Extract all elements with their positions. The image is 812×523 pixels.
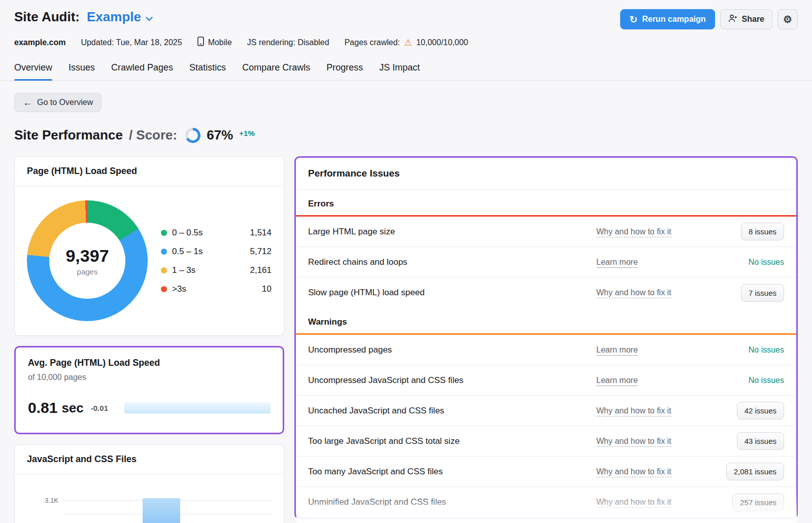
issue-row: Slow page (HTML) load speed Why and how … [296,277,796,308]
tab-statistics[interactable]: Statistics [189,62,226,80]
site-performance-heading: Site Performance / Score: 67% +1% [14,127,798,143]
score-label: / Score: [129,127,177,143]
avg-card-title: Avg. Page (HTML) Load Speed [28,358,270,368]
warnings-heading: Warnings [296,308,796,333]
js-css-card-title: JavaScript and CSS Files [15,445,284,474]
issue-help-link[interactable]: Learn more [596,376,638,386]
issue-label: Large HTML page size [308,227,596,237]
issue-label: Too large JavaScript and CSS total size [308,436,596,446]
issue-row: Unminified JavaScript and CSS files Why … [296,487,796,517]
js-css-files-card: JavaScript and CSS Files 3.1K [14,444,284,523]
project-name: Example [87,9,141,25]
js-css-bar [143,498,180,523]
warning-triangle-icon: ⚠ [404,38,412,47]
issue-count-badge[interactable]: 7 issues [741,284,784,302]
gear-icon: ⚙ [783,13,792,25]
issue-count-badge[interactable]: 257 issues [732,494,784,511]
score-value: 67% [207,127,233,143]
page-title: Site Audit: [14,9,80,25]
rerun-label: Rerun campaign [642,15,705,24]
performance-issues-panel: Performance Issues Errors Large HTML pag… [294,156,798,519]
score-ring-icon [185,128,200,143]
device-label: Mobile [197,37,232,48]
issue-help-link[interactable]: Why and how to fix it [596,288,671,298]
device-text: Mobile [208,38,232,47]
project-dropdown[interactable]: Example [87,9,153,25]
load-speed-card: Page (HTML) Load Speed 9,397 pages 0 – 0… [14,156,284,336]
errors-section: Errors Large HTML page size Why and how … [296,190,796,308]
donut-legend: 0 – 0.5s 1,514 0.5 – 1s 5,712 1 – 3s 2,1… [161,228,272,294]
legend-value: 10 [245,284,272,294]
legend-value: 5,712 [245,247,272,257]
pages-crawled-value: 10,000/10,000 [416,38,468,47]
campaign-meta: example.com Updated: Tue, Mar 18, 2025 M… [0,29,812,48]
tab-progress[interactable]: Progress [326,62,363,80]
issue-count-badge[interactable]: 42 issues [737,402,784,420]
share-button[interactable]: Share [720,9,772,29]
go-to-overview-button[interactable]: ← Go to Overview [14,93,101,112]
issue-help-link[interactable]: Why and how to fix it [596,498,671,508]
issue-row: Uncached JavaScript and CSS files Why an… [296,396,796,426]
issue-count-badge[interactable]: 43 issues [737,432,784,450]
no-issues-text: No issues [749,345,784,355]
legend-dot [161,267,167,273]
share-label: Share [742,15,764,24]
issue-label: Redirect chains and loops [308,257,596,267]
share-person-icon [728,14,737,24]
back-arrow-icon: ← [23,98,32,107]
issue-count-badge[interactable]: 2,081 issues [726,463,784,480]
tab-issues[interactable]: Issues [69,62,95,80]
issue-help-link[interactable]: Why and how to fix it [596,227,671,237]
issue-row: Redirect chains and loops Learn more No … [296,247,796,277]
avg-card-subtitle: of 10,000 pages [28,373,270,382]
pages-crawled-label: Pages crawled: [345,38,400,47]
back-label: Go to Overview [37,98,93,107]
tab-js-impact[interactable]: JS Impact [379,62,420,80]
issue-help-link[interactable]: Learn more [596,258,638,268]
no-issues-text: No issues [749,376,784,385]
legend-dot [161,249,167,255]
pages-crawled: Pages crawled: ⚠ 10,000/10,000 [345,38,468,47]
left-column: Page (HTML) Load Speed 9,397 pages 0 – 0… [14,156,284,523]
rerun-campaign-button[interactable]: ↻ Rerun campaign [620,9,715,29]
issue-help-link[interactable]: Learn more [596,345,638,356]
issue-help-link[interactable]: Why and how to fix it [596,467,671,477]
domain-label: example.com [14,38,65,47]
issue-help-link[interactable]: Why and how to fix it [596,437,671,447]
score-delta: +1% [239,129,254,137]
issue-help-link[interactable]: Why and how to fix it [596,406,671,416]
settings-button[interactable]: ⚙ [777,9,798,29]
legend-dot [161,230,167,236]
avg-load-speed-card: Avg. Page (HTML) Load Speed of 10,000 pa… [14,346,284,434]
legend-item: >3s 10 [161,284,272,294]
avg-speed-value: 0.81 [28,399,57,416]
section-title: Site Performance [14,127,123,143]
js-rendering-label: JS rendering: Disabled [247,38,329,47]
issue-row: Uncompressed pages Learn more No issues [296,335,796,365]
issue-label: Too many JavaScript and CSS files [308,467,596,477]
legend-dot [161,286,167,292]
tab-compare-crawls[interactable]: Compare Crawls [242,62,310,80]
legend-label: 1 – 3s [172,265,240,275]
issue-count-badge[interactable]: 8 issues [741,223,784,240]
legend-value: 1,514 [245,228,272,238]
issue-row: Too many JavaScript and CSS files Why an… [296,457,796,487]
js-css-chart: 3.1K [15,474,284,523]
chevron-down-icon [146,9,153,25]
tab-crawled-pages[interactable]: Crawled Pages [111,62,173,80]
legend-item: 0.5 – 1s 5,712 [161,247,272,257]
header-actions: ↻ Rerun campaign Share ⚙ [620,9,798,29]
updated-label: Updated: Tue, Mar 18, 2025 [81,38,182,47]
errors-heading: Errors [296,190,796,215]
donut-center: 9,397 pages [49,223,125,299]
y-axis-tick: 3.1K [27,497,58,504]
tab-overview[interactable]: Overview [14,62,52,80]
legend-value: 2,161 [245,265,272,275]
avg-speed-bar [124,402,270,413]
issue-label: Uncached JavaScript and CSS files [308,406,596,416]
legend-item: 1 – 3s 2,161 [161,265,272,275]
legend-label: 0 – 0.5s [172,228,240,238]
tab-bar: Overview Issues Crawled Pages Statistics… [0,48,812,81]
load-speed-donut: 9,397 pages [27,200,148,321]
avg-speed-unit: sec [61,400,83,416]
